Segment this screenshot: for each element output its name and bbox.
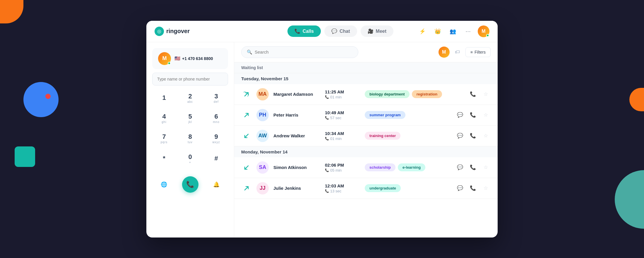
dial-key-7[interactable]: 7 pqrs [152, 129, 176, 147]
row-actions-julie: 💬 📞 ☆ [455, 183, 491, 193]
comment-button-andrew[interactable]: 💬 [455, 131, 465, 141]
call-back-button-andrew[interactable]: 📞 [468, 131, 478, 141]
nav-tabs: 📞 Calls 💬 Chat 🎥 Meet [287, 25, 393, 37]
name-julie: Julie Jenkins [273, 186, 320, 191]
calls-search-input[interactable] [255, 49, 353, 54]
date-nov15-text: Tuesday, November 15 [241, 76, 288, 81]
crown-icon[interactable]: 👑 [432, 26, 443, 37]
tab-chat[interactable]: 💬 Chat [324, 25, 357, 37]
tab-meet[interactable]: 🎥 Meet [361, 25, 393, 37]
call-direction-icon-margaret [241, 89, 252, 100]
star-button-margaret[interactable]: ☆ [481, 89, 491, 99]
flag-icon: 🇺🇸 [174, 56, 180, 61]
duration-peter: 📞 57 sec [325, 116, 360, 120]
dial-key-hash[interactable]: # [204, 150, 228, 168]
name-peter: Peter Harris [273, 112, 320, 117]
logo-icon: ◎ [155, 27, 164, 36]
more-menu-icon[interactable]: ⋯ [463, 26, 474, 37]
call-direction-icon-peter [241, 110, 252, 120]
phone-small-icon-peter: 📞 [325, 116, 329, 120]
phone-small-icon-julie: 📞 [325, 189, 329, 193]
tags-simon: scholarship e-learning [365, 163, 450, 171]
dial-key-8[interactable]: 8 tuv [178, 129, 202, 147]
call-direction-icon-julie [241, 183, 252, 194]
caller-info: M 🇺🇸 +1 470 634 8800 [152, 48, 228, 69]
time-julie: 12:03 AM 📞 13 sec [325, 183, 360, 193]
date-section-nov15: Tuesday, November 15 [234, 73, 498, 84]
star-button-andrew[interactable]: ☆ [481, 131, 491, 141]
call-back-button-peter[interactable]: 📞 [468, 110, 478, 120]
user-avatar-header[interactable]: M [478, 25, 489, 37]
time-value-julie: 12:03 AM [325, 183, 360, 188]
call-button[interactable]: 📞 [182, 176, 198, 193]
team-icon[interactable]: 👥 [447, 26, 458, 37]
dial-key-6[interactable]: 6 mno [204, 109, 228, 127]
comment-button-peter[interactable]: 💬 [455, 110, 465, 120]
online-status-dot [486, 34, 489, 37]
comment-button-julie[interactable]: 💬 [455, 183, 465, 193]
dialpad-search-input[interactable] [157, 77, 223, 81]
dial-key-star[interactable]: * [152, 150, 176, 168]
dial-key-3[interactable]: 3 def [204, 89, 228, 107]
tag-filter-icon[interactable]: 🏷 [453, 47, 463, 57]
right-header: 🔍 M 🏷 ≡ Filters [234, 42, 498, 62]
tag-undergraduate[interactable]: undergraduate [365, 184, 401, 192]
bg-decoration-orange-half [629, 88, 644, 111]
call-back-button-simon[interactable]: 📞 [468, 163, 478, 172]
waiting-list-label: Waiting list [234, 62, 498, 73]
tag-biology[interactable]: biology department [365, 90, 410, 98]
star-button-peter[interactable]: ☆ [481, 110, 491, 120]
star-button-simon[interactable]: ☆ [481, 163, 491, 172]
tags-julie: undergraduate [365, 184, 450, 192]
calls-list: Waiting list Tuesday, November 15 MA Mar… [234, 62, 498, 238]
call-row-margaret: MA Margaret Adamson 11:25 AM 📞 01 min bi… [234, 84, 498, 105]
phone-small-icon-andrew: 📞 [325, 137, 329, 141]
support-button[interactable]: 🌐 [158, 179, 170, 190]
filter-avatar[interactable]: M [439, 47, 450, 58]
bg-decoration-orange [0, 0, 23, 23]
tab-chat-label: Chat [340, 29, 350, 34]
tag-elearning[interactable]: e-learning [398, 163, 425, 171]
dial-key-5[interactable]: 5 jkl [178, 109, 202, 127]
call-direction-icon-simon [241, 162, 252, 173]
filters-label: Filters [475, 50, 486, 54]
calls-search-bar[interactable]: 🔍 [241, 46, 358, 58]
date-section-nov14: Monday, November 14 [234, 146, 498, 157]
bg-decoration-teal-half [615, 170, 644, 229]
name-andrew: Andrew Walker [273, 133, 320, 138]
search-icon: 🔍 [247, 49, 252, 55]
tag-training[interactable]: training center [365, 132, 400, 140]
left-panel: M 🇺🇸 +1 470 634 8800 1 2 abc [146, 42, 234, 238]
notification-button[interactable]: 🔔 [210, 179, 222, 190]
phone-small-icon: 📞 [325, 95, 329, 99]
filters-button[interactable]: ≡ Filters [465, 47, 491, 57]
dialpad-search-wrap[interactable] [152, 73, 228, 86]
avatar-peter: PH [256, 109, 269, 121]
tag-summer[interactable]: summer program [365, 111, 405, 119]
dial-key-4[interactable]: 4 ghi [152, 109, 176, 127]
lightning-icon[interactable]: ⚡ [417, 26, 428, 37]
dial-key-1[interactable]: 1 [152, 89, 176, 107]
dial-key-0[interactable]: 0 + [178, 150, 202, 168]
dial-key-2[interactable]: 2 abc [178, 89, 202, 107]
tag-registration[interactable]: registration [412, 90, 442, 98]
comment-button-simon[interactable]: 💬 [455, 163, 465, 172]
avatar-julie: JJ [256, 182, 269, 194]
avatar-margaret: MA [256, 88, 269, 100]
phone-number-display: +1 470 634 8800 [182, 56, 213, 61]
meet-video-icon: 🎥 [368, 28, 374, 34]
time-andrew: 10:34 AM 📞 01 min [325, 131, 360, 141]
tab-calls[interactable]: 📞 Calls [287, 25, 321, 37]
avatar-simon: SA [256, 161, 269, 174]
header: ◎ ringover 📞 Calls 💬 Chat 🎥 Meet ⚡ 👑 👥 ⋯ [146, 21, 498, 42]
star-button-julie[interactable]: ☆ [481, 183, 491, 193]
dial-key-9[interactable]: 9 wxyz [204, 129, 228, 147]
tag-scholarship[interactable]: scholarship [365, 163, 395, 171]
tags-margaret: biology department registration [365, 90, 463, 98]
bg-decoration-blue [23, 82, 59, 117]
call-back-button-julie[interactable]: 📞 [468, 183, 478, 193]
row-actions-andrew: 💬 📞 ☆ [455, 131, 491, 141]
call-row-andrew: AW Andrew Walker 10:34 AM 📞 01 min train… [234, 126, 498, 146]
filter-section: M 🏷 ≡ Filters [439, 47, 491, 58]
call-back-button-margaret[interactable]: 📞 [468, 89, 478, 99]
